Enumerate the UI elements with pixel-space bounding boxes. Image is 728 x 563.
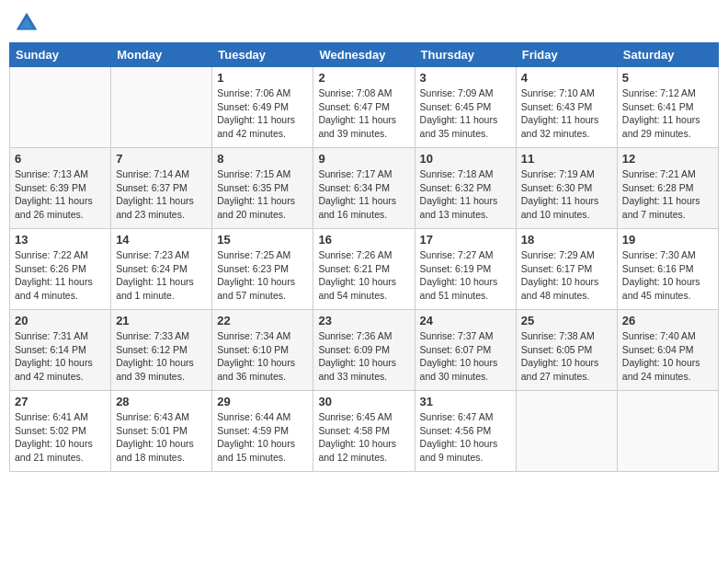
day-header-sunday: Sunday xyxy=(10,43,111,67)
calendar-cell: 28Sunrise: 6:43 AM Sunset: 5:01 PM Dayli… xyxy=(111,391,212,472)
calendar-cell xyxy=(10,67,111,148)
calendar-cell: 21Sunrise: 7:33 AM Sunset: 6:12 PM Dayli… xyxy=(111,310,212,391)
calendar-cell xyxy=(516,391,617,472)
calendar-cell: 13Sunrise: 7:22 AM Sunset: 6:26 PM Dayli… xyxy=(10,229,111,310)
day-number: 22 xyxy=(217,314,308,327)
day-info: Sunrise: 7:26 AM Sunset: 6:21 PM Dayligh… xyxy=(318,248,409,303)
calendar-cell: 16Sunrise: 7:26 AM Sunset: 6:21 PM Dayli… xyxy=(313,229,415,310)
calendar-cell: 5Sunrise: 7:12 AM Sunset: 6:41 PM Daylig… xyxy=(617,67,718,148)
calendar-cell: 31Sunrise: 6:47 AM Sunset: 4:56 PM Dayli… xyxy=(415,391,516,472)
calendar-cell: 2Sunrise: 7:08 AM Sunset: 6:47 PM Daylig… xyxy=(313,67,415,148)
day-info: Sunrise: 6:44 AM Sunset: 4:59 PM Dayligh… xyxy=(217,410,308,465)
day-number: 28 xyxy=(116,395,207,408)
day-info: Sunrise: 7:37 AM Sunset: 6:07 PM Dayligh… xyxy=(420,329,511,384)
day-number: 17 xyxy=(420,233,511,247)
day-header-friday: Friday xyxy=(516,43,617,67)
day-info: Sunrise: 7:19 AM Sunset: 6:30 PM Dayligh… xyxy=(521,167,612,222)
day-info: Sunrise: 7:31 AM Sunset: 6:14 PM Dayligh… xyxy=(15,329,106,384)
day-info: Sunrise: 7:08 AM Sunset: 6:47 PM Dayligh… xyxy=(318,86,409,141)
calendar-cell: 8Sunrise: 7:15 AM Sunset: 6:35 PM Daylig… xyxy=(212,148,313,229)
day-info: Sunrise: 7:09 AM Sunset: 6:45 PM Dayligh… xyxy=(420,86,511,141)
day-header-wednesday: Wednesday xyxy=(313,43,415,67)
calendar-cell: 9Sunrise: 7:17 AM Sunset: 6:34 PM Daylig… xyxy=(313,148,415,229)
day-number: 8 xyxy=(217,152,308,166)
calendar-cell: 20Sunrise: 7:31 AM Sunset: 6:14 PM Dayli… xyxy=(10,310,111,391)
day-info: Sunrise: 7:17 AM Sunset: 6:34 PM Dayligh… xyxy=(318,167,409,222)
day-number: 29 xyxy=(217,395,308,408)
day-info: Sunrise: 7:21 AM Sunset: 6:28 PM Dayligh… xyxy=(622,167,713,222)
calendar-week-row: 13Sunrise: 7:22 AM Sunset: 6:26 PM Dayli… xyxy=(10,229,719,310)
day-number: 26 xyxy=(622,314,713,327)
day-number: 31 xyxy=(420,395,511,408)
day-info: Sunrise: 7:29 AM Sunset: 6:17 PM Dayligh… xyxy=(521,248,612,303)
calendar-week-row: 27Sunrise: 6:41 AM Sunset: 5:02 PM Dayli… xyxy=(10,391,719,472)
calendar-header-row: SundayMondayTuesdayWednesdayThursdayFrid… xyxy=(10,43,719,67)
calendar-cell: 3Sunrise: 7:09 AM Sunset: 6:45 PM Daylig… xyxy=(415,67,516,148)
day-number: 20 xyxy=(15,314,106,327)
day-header-saturday: Saturday xyxy=(617,43,718,67)
day-info: Sunrise: 6:41 AM Sunset: 5:02 PM Dayligh… xyxy=(15,410,106,465)
calendar-week-row: 6Sunrise: 7:13 AM Sunset: 6:39 PM Daylig… xyxy=(10,148,719,229)
day-number: 7 xyxy=(116,152,207,166)
day-info: Sunrise: 7:23 AM Sunset: 6:24 PM Dayligh… xyxy=(116,248,207,303)
day-number: 24 xyxy=(420,314,511,327)
day-number: 1 xyxy=(217,71,308,85)
calendar-cell xyxy=(111,67,212,148)
day-info: Sunrise: 7:38 AM Sunset: 6:05 PM Dayligh… xyxy=(521,329,612,384)
day-number: 14 xyxy=(116,233,207,247)
day-number: 23 xyxy=(318,314,409,327)
calendar-cell: 17Sunrise: 7:27 AM Sunset: 6:19 PM Dayli… xyxy=(415,229,516,310)
day-number: 10 xyxy=(420,152,511,166)
day-info: Sunrise: 6:47 AM Sunset: 4:56 PM Dayligh… xyxy=(420,410,511,465)
calendar-cell: 7Sunrise: 7:14 AM Sunset: 6:37 PM Daylig… xyxy=(111,148,212,229)
calendar-cell: 15Sunrise: 7:25 AM Sunset: 6:23 PM Dayli… xyxy=(212,229,313,310)
day-header-thursday: Thursday xyxy=(415,43,516,67)
day-number: 27 xyxy=(15,395,106,408)
day-number: 16 xyxy=(318,233,409,247)
day-info: Sunrise: 7:33 AM Sunset: 6:12 PM Dayligh… xyxy=(116,329,207,384)
calendar-cell: 24Sunrise: 7:37 AM Sunset: 6:07 PM Dayli… xyxy=(415,310,516,391)
calendar-cell: 14Sunrise: 7:23 AM Sunset: 6:24 PM Dayli… xyxy=(111,229,212,310)
day-number: 19 xyxy=(622,233,713,247)
day-info: Sunrise: 7:30 AM Sunset: 6:16 PM Dayligh… xyxy=(622,248,713,303)
calendar-cell: 30Sunrise: 6:45 AM Sunset: 4:58 PM Dayli… xyxy=(313,391,415,472)
calendar-week-row: 20Sunrise: 7:31 AM Sunset: 6:14 PM Dayli… xyxy=(10,310,719,391)
day-number: 18 xyxy=(521,233,612,247)
day-info: Sunrise: 7:36 AM Sunset: 6:09 PM Dayligh… xyxy=(318,329,409,384)
calendar-cell: 4Sunrise: 7:10 AM Sunset: 6:43 PM Daylig… xyxy=(516,67,617,148)
calendar-cell: 19Sunrise: 7:30 AM Sunset: 6:16 PM Dayli… xyxy=(617,229,718,310)
day-number: 12 xyxy=(622,152,713,166)
calendar-cell: 10Sunrise: 7:18 AM Sunset: 6:32 PM Dayli… xyxy=(415,148,516,229)
day-info: Sunrise: 7:15 AM Sunset: 6:35 PM Dayligh… xyxy=(217,167,308,222)
calendar-cell xyxy=(617,391,718,472)
day-number: 4 xyxy=(521,71,612,85)
calendar-cell: 29Sunrise: 6:44 AM Sunset: 4:59 PM Dayli… xyxy=(212,391,313,472)
day-number: 9 xyxy=(318,152,409,166)
day-number: 2 xyxy=(318,71,409,85)
day-info: Sunrise: 6:45 AM Sunset: 4:58 PM Dayligh… xyxy=(318,410,409,465)
calendar-cell: 25Sunrise: 7:38 AM Sunset: 6:05 PM Dayli… xyxy=(516,310,617,391)
page-header xyxy=(9,9,719,37)
day-header-tuesday: Tuesday xyxy=(212,43,313,67)
calendar-cell: 12Sunrise: 7:21 AM Sunset: 6:28 PM Dayli… xyxy=(617,148,718,229)
day-info: Sunrise: 7:14 AM Sunset: 6:37 PM Dayligh… xyxy=(116,167,207,222)
day-number: 25 xyxy=(521,314,612,327)
day-number: 13 xyxy=(15,233,106,247)
day-number: 5 xyxy=(622,71,713,85)
day-number: 21 xyxy=(116,314,207,327)
logo xyxy=(13,9,44,37)
calendar-cell: 27Sunrise: 6:41 AM Sunset: 5:02 PM Dayli… xyxy=(10,391,111,472)
day-number: 30 xyxy=(318,395,409,408)
day-info: Sunrise: 7:25 AM Sunset: 6:23 PM Dayligh… xyxy=(217,248,308,303)
day-info: Sunrise: 7:10 AM Sunset: 6:43 PM Dayligh… xyxy=(521,86,612,141)
day-number: 3 xyxy=(420,71,511,85)
calendar-table: SundayMondayTuesdayWednesdayThursdayFrid… xyxy=(9,42,719,472)
day-info: Sunrise: 7:12 AM Sunset: 6:41 PM Dayligh… xyxy=(622,86,713,141)
calendar-cell: 1Sunrise: 7:06 AM Sunset: 6:49 PM Daylig… xyxy=(212,67,313,148)
day-info: Sunrise: 7:27 AM Sunset: 6:19 PM Dayligh… xyxy=(420,248,511,303)
logo-icon xyxy=(13,9,40,37)
day-number: 11 xyxy=(521,152,612,166)
day-number: 6 xyxy=(15,152,106,166)
day-info: Sunrise: 7:40 AM Sunset: 6:04 PM Dayligh… xyxy=(622,329,713,384)
calendar-cell: 6Sunrise: 7:13 AM Sunset: 6:39 PM Daylig… xyxy=(10,148,111,229)
